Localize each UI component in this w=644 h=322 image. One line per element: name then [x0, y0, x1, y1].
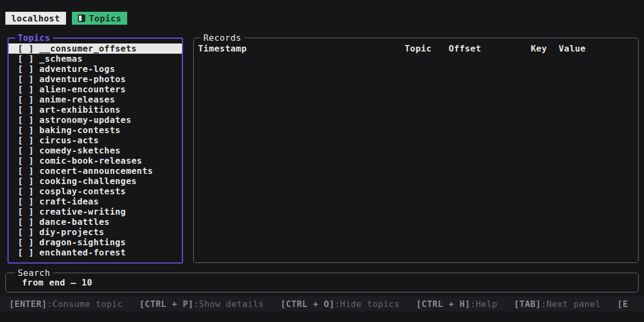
topic-list-item[interactable]: [ ] creative-writing: [9, 207, 182, 217]
topic-list-item[interactable]: [ ] art-exhibitions: [9, 105, 182, 115]
topic-list-item[interactable]: [ ] _schemas: [9, 54, 182, 64]
column-header-timestamp[interactable]: Timestamp: [198, 43, 247, 54]
topic-list-item[interactable]: [ ] enchanted-forest: [9, 247, 182, 258]
search-panel-title: Search: [15, 268, 53, 278]
search-panel: Search from end — 10: [5, 273, 639, 292]
shortcut-description: :Next panel: [541, 299, 601, 309]
topic-list-item[interactable]: [ ] anime-releases: [9, 94, 182, 105]
records-panel: Records Timestamp Topic Offset Key Value: [193, 38, 639, 263]
search-input[interactable]: from end — 10: [22, 277, 92, 288]
column-header-key[interactable]: Key: [531, 43, 547, 54]
topic-list-item[interactable]: [ ] craft-ideas: [9, 196, 182, 207]
column-header-value[interactable]: Value: [559, 43, 586, 54]
footer-shortcut: [ENTER]:Consume topic: [9, 299, 123, 309]
topic-list-item[interactable]: [ ] adventure-logs: [9, 64, 182, 74]
tab-cluster[interactable]: localhost: [5, 12, 66, 25]
topics-icon: [78, 14, 85, 22]
shortcut-key: [CTRL + O]: [281, 299, 335, 309]
topics-panel-title: Topics: [15, 33, 53, 43]
topics-panel: Topics [ ] __consumer_offsets[ ] _schema…: [8, 38, 183, 264]
shortcut-description: :Help: [470, 299, 497, 309]
topic-list-item[interactable]: [ ] dragon-sightings: [9, 237, 182, 247]
topic-list-item[interactable]: [ ] cooking-challenges: [9, 176, 182, 186]
tab-bar: localhost Topics: [5, 12, 127, 25]
footer-shortcut: [CTRL + P]:Show details: [140, 299, 264, 309]
topic-list-item[interactable]: [ ] baking-contests: [9, 125, 182, 135]
column-header-offset[interactable]: Offset: [449, 43, 481, 54]
topic-list-item[interactable]: [ ] concert-announcements: [9, 166, 182, 176]
footer-shortcut: [CTRL + H]:Help: [416, 299, 497, 309]
shortcut-description: :Consume topic: [47, 299, 123, 309]
shortcut-key-truncated: [E: [617, 299, 628, 309]
shortcut-key: [TAB]: [514, 299, 541, 309]
shortcut-description: :Hide topics: [335, 299, 400, 309]
topic-list-item[interactable]: [ ] astronomy-updates: [9, 115, 182, 125]
topic-list-item[interactable]: [ ] comic-book-releases: [9, 156, 182, 166]
topic-list-item[interactable]: [ ] adventure-photos: [9, 74, 182, 84]
footer-shortcut: [TAB]:Next panel: [514, 299, 601, 309]
topic-list-item[interactable]: [ ] comedy-sketches: [9, 145, 182, 156]
topic-list-item[interactable]: [ ] __consumer_offsets: [9, 43, 182, 54]
shortcut-description: :Show details: [194, 299, 264, 309]
topic-list-item[interactable]: [ ] diy-projects: [9, 227, 182, 237]
shortcut-key: [CTRL + P]: [140, 299, 194, 309]
column-header-topic[interactable]: Topic: [405, 43, 431, 54]
shortcut-key: [ENTER]: [9, 299, 47, 309]
tab-cluster-label: localhost: [11, 13, 60, 24]
topic-list-item[interactable]: [ ] circus-acts: [9, 135, 182, 145]
footer-shortcut: [CTRL + O]:Hide topics: [281, 299, 400, 309]
topic-list-item[interactable]: [ ] dance-battles: [9, 217, 182, 227]
footer-shortcuts: [ENTER]:Consume topic[CTRL + P]:Show det…: [0, 296, 644, 311]
records-panel-title: Records: [201, 33, 244, 43]
records-table-header: Timestamp Topic Offset Key Value: [194, 43, 638, 54]
topic-list-item[interactable]: [ ] alien-encounters: [9, 84, 182, 94]
shortcut-key: [CTRL + H]: [416, 299, 471, 309]
tab-topics[interactable]: Topics: [72, 12, 128, 25]
topic-list: [ ] __consumer_offsets[ ] _schemas[ ] ad…: [9, 43, 182, 258]
topic-list-item[interactable]: [ ] cosplay-contests: [9, 186, 182, 196]
tab-topics-label: Topics: [89, 13, 122, 24]
